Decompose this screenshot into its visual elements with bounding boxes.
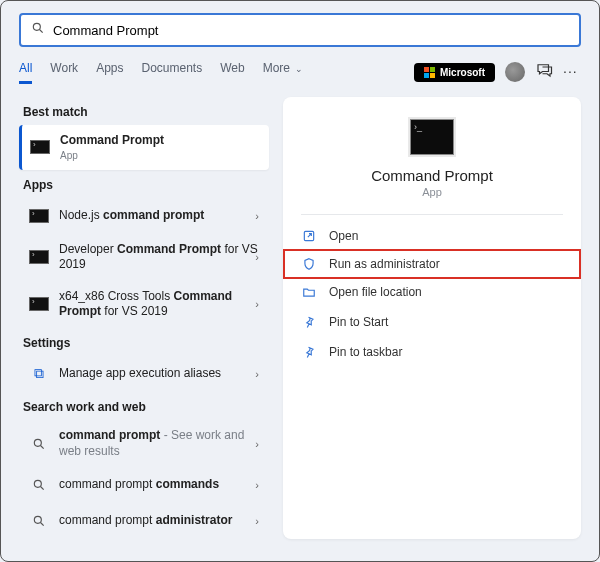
action-open[interactable]: Open (283, 221, 581, 251)
cmd-icon (29, 247, 49, 267)
open-icon (301, 228, 317, 244)
app-result-item[interactable]: Developer Command Prompt for VS 2019 › (19, 234, 269, 281)
web-result-item[interactable]: command prompt commands › (19, 467, 269, 503)
action-open-location[interactable]: Open file location (283, 277, 581, 307)
web-result-item[interactable]: command prompt administrator › (19, 503, 269, 539)
tab-web[interactable]: Web (220, 61, 244, 84)
svg-line-1 (40, 30, 43, 33)
best-match-item[interactable]: Command Prompt App (19, 125, 269, 170)
chat-icon[interactable] (535, 61, 553, 83)
pin-icon (301, 344, 317, 360)
preview-panel: Command Prompt App Open Run as administr… (283, 97, 581, 539)
tab-apps[interactable]: Apps (96, 61, 123, 84)
app-result-text: Node.js command prompt (59, 208, 204, 224)
best-match-text: Command Prompt App (60, 133, 164, 162)
cmd-icon (30, 137, 50, 157)
header-controls: Microsoft ··· (414, 61, 581, 83)
chevron-right-icon: › (255, 479, 259, 491)
chevron-down-icon: ⌄ (292, 64, 303, 74)
app-result-text: x64_x86 Cross Tools Command Prompt for V… (59, 289, 259, 320)
tab-more[interactable]: More ⌄ (263, 61, 303, 84)
action-run-admin[interactable]: Run as administrator (283, 249, 581, 279)
preview-title: Command Prompt (283, 167, 581, 184)
search-icon (29, 434, 49, 454)
divider (301, 214, 563, 215)
svg-point-6 (34, 516, 41, 523)
microsoft-badge[interactable]: Microsoft (414, 63, 495, 82)
filter-tabs-row: All Work Apps Documents Web More ⌄ Micro… (19, 57, 581, 87)
search-icon (29, 475, 49, 495)
shield-icon (301, 256, 317, 272)
chevron-right-icon: › (255, 515, 259, 527)
action-pin-start[interactable]: Pin to Start (283, 307, 581, 337)
search-icon (31, 21, 45, 39)
preview-subtitle: App (283, 186, 581, 198)
action-label: Open (329, 229, 358, 243)
action-label: Pin to taskbar (329, 345, 402, 359)
more-icon[interactable]: ··· (563, 63, 581, 81)
svg-line-7 (41, 523, 44, 526)
results-list: Best match Command Prompt App Apps Node.… (19, 97, 269, 539)
cmd-large-icon (410, 119, 454, 155)
tab-documents[interactable]: Documents (141, 61, 202, 84)
chevron-right-icon: › (255, 210, 259, 222)
svg-point-0 (33, 23, 40, 30)
search-bar-wrap (19, 13, 581, 47)
search-bar[interactable] (19, 13, 581, 47)
svg-line-5 (41, 487, 44, 490)
chevron-right-icon: › (255, 368, 259, 380)
action-label: Open file location (329, 285, 422, 299)
app-result-item[interactable]: x64_x86 Cross Tools Command Prompt for V… (19, 281, 269, 328)
settings-result-item[interactable]: ⧉ Manage app execution aliases › (19, 356, 269, 392)
action-label: Pin to Start (329, 315, 388, 329)
chevron-right-icon: › (255, 298, 259, 310)
web-result-text: command prompt commands (59, 477, 219, 493)
tab-work[interactable]: Work (50, 61, 78, 84)
action-label: Run as administrator (329, 257, 440, 271)
svg-line-3 (41, 445, 44, 448)
web-result-item[interactable]: command prompt - See work and web result… (19, 420, 269, 467)
cmd-icon (29, 206, 49, 226)
action-pin-taskbar[interactable]: Pin to taskbar (283, 337, 581, 367)
app-result-text: Developer Command Prompt for VS 2019 (59, 242, 259, 273)
cmd-icon (29, 294, 49, 314)
start-search-window: All Work Apps Documents Web More ⌄ Micro… (0, 0, 600, 562)
app-result-item[interactable]: Node.js command prompt › (19, 198, 269, 234)
microsoft-logo-icon (424, 67, 435, 78)
filter-tabs: All Work Apps Documents Web More ⌄ (19, 61, 303, 84)
results-content: Best match Command Prompt App Apps Node.… (19, 97, 581, 539)
tab-all[interactable]: All (19, 61, 32, 84)
chevron-right-icon: › (255, 438, 259, 450)
section-best-match: Best match (23, 105, 269, 119)
search-input[interactable] (53, 23, 569, 38)
svg-point-4 (34, 480, 41, 487)
web-result-text: command prompt administrator (59, 513, 232, 529)
search-icon (29, 511, 49, 531)
web-result-text: command prompt - See work and web result… (59, 428, 259, 459)
section-work-web: Search work and web (23, 400, 269, 414)
user-avatar[interactable] (505, 62, 525, 82)
pin-icon (301, 314, 317, 330)
settings-result-text: Manage app execution aliases (59, 366, 221, 382)
folder-icon (301, 284, 317, 300)
aliases-icon: ⧉ (29, 364, 49, 384)
svg-point-2 (34, 439, 41, 446)
preview-icon-wrap (283, 119, 581, 155)
chevron-right-icon: › (255, 251, 259, 263)
section-apps: Apps (23, 178, 269, 192)
microsoft-label: Microsoft (440, 67, 485, 78)
section-settings: Settings (23, 336, 269, 350)
